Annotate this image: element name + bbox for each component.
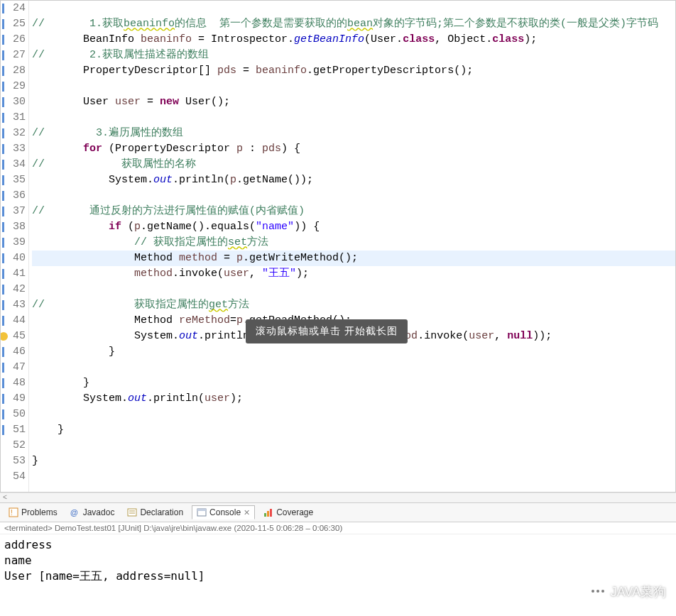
code-line[interactable]: method.invoke(user, "王五"); bbox=[32, 266, 675, 282]
code-line[interactable]: } bbox=[32, 375, 675, 391]
svg-rect-8 bbox=[264, 513, 266, 517]
code-line[interactable]: System.out.println(p.getName()); bbox=[32, 172, 675, 188]
code-line[interactable]: PropertyDescriptor[] pds = beaninfo.getP… bbox=[32, 63, 675, 79]
code-line[interactable]: // 获取指定属性的set方法 bbox=[32, 235, 675, 251]
code-line[interactable]: // 1.获取beaninfo的信息 第一个参数是需要获取的的bean对象的字节… bbox=[32, 16, 675, 32]
screenshot-tooltip: 滚动鼠标轴或单击 开始截长图 bbox=[246, 319, 408, 343]
code-editor[interactable]: 2425262728293031323334353637383940414243… bbox=[0, 0, 676, 493]
code-line[interactable]: // 2.获取属性描述器的数组 bbox=[32, 48, 675, 63]
line-number-gutter: 2425262728293031323334353637383940414243… bbox=[1, 1, 29, 492]
code-line[interactable]: // 获取属性的名称 bbox=[32, 157, 675, 172]
code-line[interactable] bbox=[32, 282, 675, 297]
problems-icon: ! bbox=[9, 507, 18, 517]
code-line[interactable]: } bbox=[32, 422, 675, 438]
tab-label: Coverage bbox=[276, 507, 313, 517]
console-icon bbox=[197, 507, 207, 517]
code-line[interactable] bbox=[32, 188, 675, 204]
code-line[interactable] bbox=[32, 360, 675, 375]
code-line[interactable]: } bbox=[32, 453, 675, 469]
svg-text:@: @ bbox=[70, 508, 78, 517]
bottom-panel-tabs: ! Problems @ Javadoc Declaration Console… bbox=[0, 502, 676, 522]
javadoc-icon: @ bbox=[70, 507, 80, 517]
code-line[interactable] bbox=[32, 469, 675, 485]
code-line[interactable]: // 获取指定属性的get方法 bbox=[32, 297, 675, 313]
code-line[interactable] bbox=[32, 79, 675, 94]
tab-label: Problems bbox=[21, 507, 58, 517]
svg-text:!: ! bbox=[11, 509, 13, 517]
code-line[interactable] bbox=[32, 1, 675, 16]
code-body[interactable]: // 1.获取beaninfo的信息 第一个参数是需要获取的的bean对象的字节… bbox=[29, 1, 675, 492]
code-line[interactable]: Method method = p.getWriteMethod(); bbox=[32, 251, 675, 266]
tab-declaration[interactable]: Declaration bbox=[123, 506, 187, 519]
console-output[interactable]: address name User [name=王五, address=null… bbox=[0, 534, 676, 587]
code-line[interactable]: } bbox=[32, 344, 675, 360]
code-line[interactable]: User user = new User(); bbox=[32, 94, 675, 110]
code-line[interactable]: // 通过反射的方法进行属性值的赋值(内省赋值) bbox=[32, 204, 675, 219]
tab-close-icon[interactable]: ✕ bbox=[244, 508, 250, 517]
tab-console[interactable]: Console ✕ bbox=[192, 505, 255, 519]
tab-problems[interactable]: ! Problems bbox=[4, 506, 62, 519]
tab-label: Declaration bbox=[140, 507, 183, 517]
tab-coverage[interactable]: Coverage bbox=[259, 506, 317, 519]
code-line[interactable] bbox=[32, 110, 675, 126]
code-line[interactable]: System.out.println(user); bbox=[32, 391, 675, 407]
code-line[interactable] bbox=[32, 438, 675, 453]
svg-rect-7 bbox=[197, 509, 206, 511]
watermark: JAVA菜狗 bbox=[588, 583, 666, 600]
code-line[interactable] bbox=[32, 407, 675, 422]
coverage-icon bbox=[263, 507, 273, 517]
watermark-text: JAVA菜狗 bbox=[611, 583, 666, 600]
svg-rect-10 bbox=[270, 509, 272, 517]
code-line[interactable]: BeanInfo beaninfo = Introspector.getBean… bbox=[32, 32, 675, 48]
tab-label: Console bbox=[209, 507, 241, 517]
svg-rect-9 bbox=[267, 511, 269, 517]
declaration-icon bbox=[127, 507, 137, 517]
code-line[interactable]: if (p.getName().equals("name")) { bbox=[32, 219, 675, 235]
horizontal-scrollbar[interactable]: < bbox=[0, 493, 676, 502]
tab-label: Javadoc bbox=[83, 507, 115, 517]
console-process-info: <terminated> DemoTest.test01 [JUnit] D:\… bbox=[0, 522, 676, 534]
scroll-left-icon[interactable]: < bbox=[0, 494, 10, 502]
code-line[interactable]: // 3.遍历属性的数组 bbox=[32, 126, 675, 141]
svg-rect-3 bbox=[128, 509, 136, 516]
tab-javadoc[interactable]: @ Javadoc bbox=[66, 506, 119, 519]
code-line[interactable]: for (PropertyDescriptor p : pds) { bbox=[32, 141, 675, 157]
wechat-icon bbox=[588, 584, 606, 600]
